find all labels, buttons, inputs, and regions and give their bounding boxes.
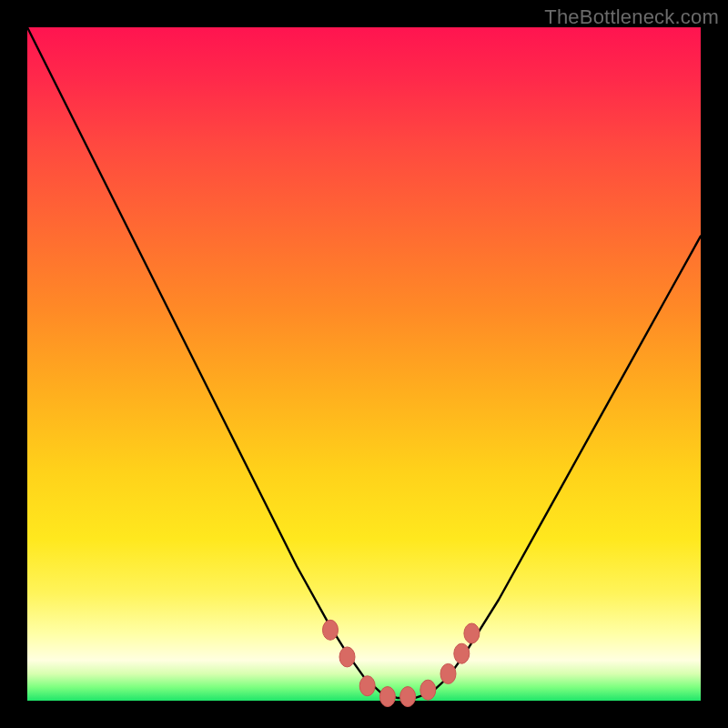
bottleneck-curve (27, 27, 701, 698)
curve-marker (339, 647, 355, 667)
curve-marker (464, 623, 480, 643)
curve-marker (323, 620, 339, 640)
curve-markers (323, 620, 480, 706)
curve-marker (379, 687, 395, 707)
plot-area (27, 27, 701, 701)
curve-marker (359, 676, 375, 696)
watermark-text: TheBottleneck.com (544, 5, 719, 29)
chart-frame: TheBottleneck.com (0, 0, 728, 728)
curve-marker (454, 643, 470, 663)
curve-marker (400, 687, 416, 707)
curve-svg (27, 27, 701, 701)
curve-marker (420, 680, 436, 700)
curve-marker (440, 663, 456, 683)
